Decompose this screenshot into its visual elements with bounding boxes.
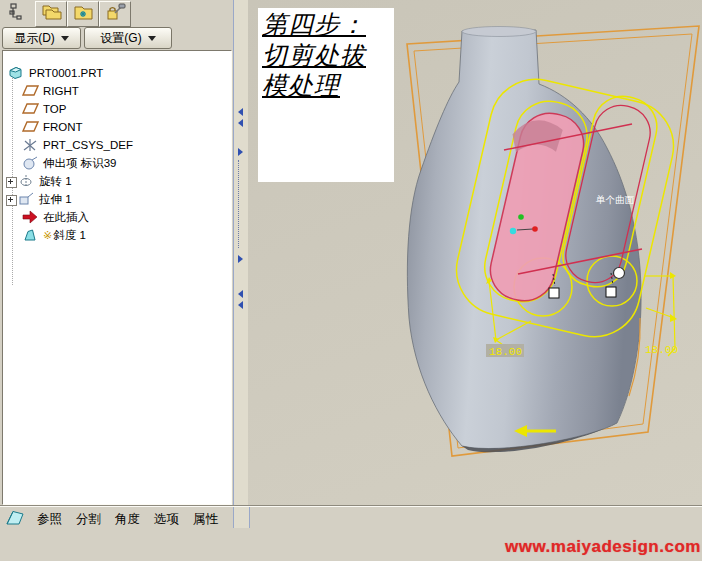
collapse-left-icon[interactable] xyxy=(238,119,243,127)
collapse-left-icon[interactable] xyxy=(238,290,243,298)
tree-item-csys[interactable]: PRT_CSYS_DEF xyxy=(3,136,231,154)
tree-item-label: 拉伸 1 xyxy=(39,190,72,208)
collapse-left-icon[interactable] xyxy=(238,108,243,116)
watermark-text: www.maiyadesign.com xyxy=(505,537,701,557)
menu-tab-options[interactable]: 选项 xyxy=(154,511,179,528)
annotation-note: 第四步： 切剪处拔 模处理 xyxy=(258,8,394,182)
lock-hammer-icon xyxy=(104,3,126,25)
tree-item-datum-top[interactable]: TOP xyxy=(3,100,231,118)
cad-application-window: 显示(D) 设置(G) PRT0001.PRT RIGHT TOP FRON xyxy=(0,0,702,561)
tree-item-revolve[interactable]: 旋转 1 xyxy=(3,172,231,190)
note-line: 第四步： xyxy=(262,10,394,41)
tab-model-tree[interactable] xyxy=(2,1,34,27)
tree-item-part[interactable]: PRT0001.PRT xyxy=(3,64,231,82)
chevron-down-icon xyxy=(61,36,69,41)
tree-item-label: PRT_CSYS_DEF xyxy=(43,136,133,154)
dashboard-separator xyxy=(0,506,702,507)
tree-item-protrusion[interactable]: 伸出项 标识39 xyxy=(3,154,231,172)
tree-item-label: 伸出项 标识39 xyxy=(43,154,117,172)
draft-dashboard-menu: 参照 分割 角度 选项 属性 xyxy=(0,508,702,531)
menu-tab-properties[interactable]: 属性 xyxy=(193,511,218,528)
coordinate-system-icon xyxy=(22,138,39,152)
menu-tab-references[interactable]: 参照 xyxy=(37,511,62,528)
menu-tab-angles[interactable]: 角度 xyxy=(115,511,140,528)
tree-item-label: TOP xyxy=(43,100,66,118)
graphics-viewport[interactable]: 第四步： 切剪处拔 模处理 xyxy=(248,0,702,505)
datum-plane-icon xyxy=(22,120,39,134)
tree-item-label: FRONT xyxy=(43,118,83,136)
tree-item-label: RIGHT xyxy=(43,82,79,100)
tree-item-label: 斜度 1 xyxy=(53,226,86,244)
tree-item-datum-right[interactable]: RIGHT xyxy=(3,82,231,100)
dimension-value-right[interactable]: 18.00 xyxy=(645,344,678,356)
insert-here-arrow-icon xyxy=(22,210,39,224)
surface-tag-label: 单个曲面 xyxy=(595,194,635,205)
expand-right-icon[interactable] xyxy=(238,255,243,263)
sash-drag-handle[interactable] xyxy=(238,160,244,248)
cyan-handle-dot[interactable] xyxy=(510,228,516,234)
tree-item-label: 在此插入 xyxy=(43,208,89,226)
tree-item-draft[interactable]: ※ 斜度 1 xyxy=(3,226,231,244)
tab-saved-views[interactable] xyxy=(67,1,99,27)
tree-item-label: 旋转 1 xyxy=(39,172,72,190)
model-tree-icon xyxy=(8,3,28,25)
settings-dropdown-button[interactable]: 设置(G) xyxy=(84,27,172,49)
anchor-square[interactable] xyxy=(549,288,559,298)
collapse-left-icon[interactable] xyxy=(238,301,243,309)
folders-icon xyxy=(40,3,62,25)
red-handle-dot[interactable] xyxy=(532,226,538,232)
datum-plane-icon xyxy=(22,84,39,98)
anchor-square[interactable] xyxy=(606,287,616,297)
settings-button-label: 设置(G) xyxy=(100,30,141,47)
folder-star-icon xyxy=(72,3,94,25)
angle-drag-handle[interactable] xyxy=(614,268,625,279)
model-tree-panel: PRT0001.PRT RIGHT TOP FRONT PRT_CSYS_DEF xyxy=(2,50,232,505)
expand-plus-icon[interactable] xyxy=(6,195,17,206)
expand-right-icon[interactable] xyxy=(238,148,243,156)
revolve-icon xyxy=(18,174,35,188)
part-icon xyxy=(8,66,25,80)
tree-item-insert-here[interactable]: 在此插入 xyxy=(3,208,231,226)
tab-layer-tree[interactable] xyxy=(35,1,67,27)
show-button-label: 显示(D) xyxy=(14,30,55,47)
green-handle-dot[interactable] xyxy=(518,214,524,220)
tree-item-extrude[interactable]: 拉伸 1 xyxy=(3,190,231,208)
protrusion-icon xyxy=(22,156,39,170)
datum-plane-icon xyxy=(22,102,39,116)
note-line: 切剪处拔 xyxy=(262,41,394,72)
show-dropdown-button[interactable]: 显示(D) xyxy=(2,27,81,49)
draft-feature-icon xyxy=(5,508,29,532)
menu-tab-split[interactable]: 分割 xyxy=(76,511,101,528)
tree-item-label: PRT0001.PRT xyxy=(29,64,103,82)
note-line: 模处理 xyxy=(262,71,394,102)
chevron-down-icon xyxy=(148,36,156,41)
extrude-icon xyxy=(18,192,35,206)
expand-plus-icon[interactable] xyxy=(6,177,17,188)
tree-item-datum-front[interactable]: FRONT xyxy=(3,118,231,136)
dimension-value-left[interactable]: 18.00 xyxy=(489,346,522,358)
regenerate-star-marker: ※ xyxy=(43,226,52,244)
draft-icon xyxy=(22,228,39,242)
tab-tools[interactable] xyxy=(99,1,131,27)
